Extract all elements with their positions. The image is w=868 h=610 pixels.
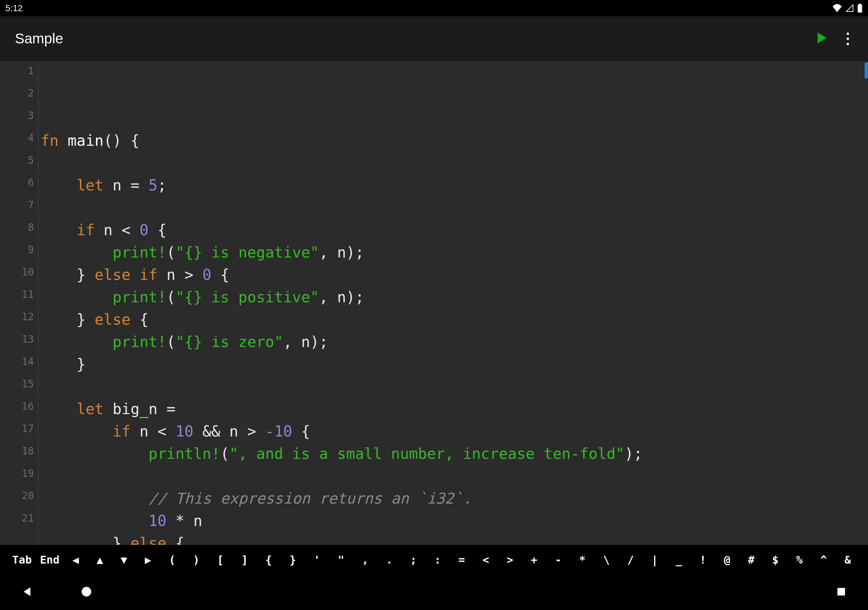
code-line[interactable]: let big_n = xyxy=(41,398,868,420)
code-line[interactable] xyxy=(41,152,868,174)
toolbar-symbol[interactable]: / xyxy=(618,553,643,566)
toolbar-arrow-down[interactable]: ▼ xyxy=(112,553,136,566)
line-number: 8 xyxy=(0,219,34,241)
toolbar-symbol[interactable]: | xyxy=(643,553,666,566)
line-number: 15 xyxy=(0,376,34,398)
symbol-toolbar: TabEnd◀▲▼▶()[]{}'",.;:=<>+-*\/|_!@#$%^& xyxy=(0,545,868,575)
line-number: 19 xyxy=(0,465,34,487)
line-number: 4 xyxy=(0,130,34,152)
toolbar-symbol[interactable]: ! xyxy=(691,553,715,566)
battery-icon xyxy=(857,4,863,12)
toolbar-symbol[interactable]: = xyxy=(450,553,474,566)
line-number: 16 xyxy=(0,398,34,420)
toolbar-symbol[interactable]: ^ xyxy=(811,553,835,566)
toolbar-symbol[interactable]: , xyxy=(353,553,377,566)
line-number: 18 xyxy=(0,443,34,465)
overflow-menu-button[interactable] xyxy=(841,32,854,45)
code-line[interactable]: print!("{} is zero", n); xyxy=(41,331,868,353)
run-button[interactable] xyxy=(814,31,829,47)
code-line[interactable]: let n = 5; xyxy=(41,174,868,197)
android-nav-bar xyxy=(0,575,868,610)
code-line[interactable]: } else { xyxy=(41,308,868,331)
toolbar-symbol[interactable]: * xyxy=(570,553,594,566)
toolbar-symbol[interactable]: ' xyxy=(305,553,329,566)
line-number: 9 xyxy=(0,241,34,264)
toolbar-symbol[interactable]: { xyxy=(257,553,281,566)
code-line[interactable]: } else if n > 0 { xyxy=(41,264,868,286)
line-number: 17 xyxy=(0,420,34,443)
code-line[interactable] xyxy=(41,376,868,398)
svg-rect-1 xyxy=(859,4,861,5)
toolbar-symbol[interactable]: & xyxy=(836,553,860,566)
toolbar-arrow-right[interactable]: ▶ xyxy=(136,553,160,566)
toolbar-symbol[interactable]: . xyxy=(377,553,401,566)
code-line[interactable]: if n < 10 && n > -10 { xyxy=(41,420,868,443)
line-number: 14 xyxy=(0,353,34,376)
svg-point-2 xyxy=(82,587,91,596)
line-number: 11 xyxy=(0,286,34,308)
scroll-indicator[interactable] xyxy=(865,62,868,79)
toolbar-symbol[interactable]: " xyxy=(329,553,353,566)
line-number: 1 xyxy=(0,62,34,85)
code-line[interactable]: } else { xyxy=(41,532,868,545)
line-number: 10 xyxy=(0,264,34,286)
svg-rect-3 xyxy=(837,588,845,596)
toolbar-symbol[interactable]: } xyxy=(281,553,305,566)
toolbar-key-end[interactable]: End xyxy=(36,553,64,566)
toolbar-symbol[interactable]: $ xyxy=(763,553,787,566)
status-icons xyxy=(832,4,863,12)
line-number: 2 xyxy=(0,85,34,107)
line-number: 21 xyxy=(0,510,34,532)
code-area[interactable]: fn main() { let n = 5; if n < 0 { print!… xyxy=(39,61,868,545)
action-bar: Sample xyxy=(0,16,868,61)
android-status-bar: 5:12 xyxy=(0,0,868,16)
toolbar-symbol[interactable]: ( xyxy=(160,553,184,566)
toolbar-symbol[interactable]: < xyxy=(474,553,498,566)
home-button[interactable] xyxy=(81,586,92,599)
line-number-gutter: 123456789101112131415161718192021 xyxy=(0,61,39,545)
toolbar-symbol[interactable]: [ xyxy=(209,553,232,566)
line-number: 6 xyxy=(0,174,34,197)
line-number: 7 xyxy=(0,197,34,219)
wifi-icon xyxy=(832,4,842,12)
code-line[interactable] xyxy=(41,465,868,487)
toolbar-symbol[interactable]: @ xyxy=(715,553,739,566)
code-line[interactable]: } xyxy=(41,353,868,376)
toolbar-symbol[interactable]: ) xyxy=(184,553,208,566)
toolbar-symbol[interactable]: > xyxy=(498,553,522,566)
code-line[interactable]: fn main() { xyxy=(41,130,868,152)
line-number: 20 xyxy=(0,487,34,510)
code-line[interactable]: if n < 0 { xyxy=(41,219,868,241)
status-time: 5:12 xyxy=(5,3,23,14)
svg-rect-0 xyxy=(858,5,862,12)
code-line[interactable] xyxy=(41,197,868,219)
code-line[interactable]: print!("{} is negative", n); xyxy=(41,241,868,264)
toolbar-symbol[interactable]: % xyxy=(787,553,811,566)
cell-signal-icon xyxy=(845,4,854,12)
toolbar-arrow-left[interactable]: ◀ xyxy=(64,553,88,566)
line-number: 3 xyxy=(0,107,34,130)
code-line[interactable]: println!(", and is a small number, incre… xyxy=(41,443,868,465)
toolbar-symbol[interactable]: - xyxy=(546,553,570,566)
code-editor[interactable]: 123456789101112131415161718192021 fn mai… xyxy=(0,61,868,545)
code-line[interactable]: print!("{} is positive", n); xyxy=(41,286,868,308)
recents-button[interactable] xyxy=(836,587,846,598)
toolbar-symbol[interactable]: + xyxy=(522,553,546,566)
code-line[interactable]: 10 * n xyxy=(41,510,868,532)
toolbar-key-tab[interactable]: Tab xyxy=(8,553,36,566)
line-number: 13 xyxy=(0,331,34,353)
line-number: 5 xyxy=(0,152,34,174)
page-title: Sample xyxy=(15,31,63,47)
toolbar-symbol[interactable]: ] xyxy=(232,553,257,566)
toolbar-symbol[interactable]: # xyxy=(739,553,763,566)
toolbar-symbol[interactable]: ; xyxy=(401,553,426,566)
toolbar-arrow-up[interactable]: ▲ xyxy=(88,553,112,566)
toolbar-symbol[interactable]: : xyxy=(426,553,450,566)
toolbar-symbol[interactable]: \ xyxy=(594,553,618,566)
toolbar-symbol[interactable]: _ xyxy=(667,553,691,566)
code-line[interactable]: // This expression returns an `i32`. xyxy=(41,487,868,510)
line-number: 12 xyxy=(0,308,34,331)
back-button[interactable] xyxy=(22,586,33,599)
